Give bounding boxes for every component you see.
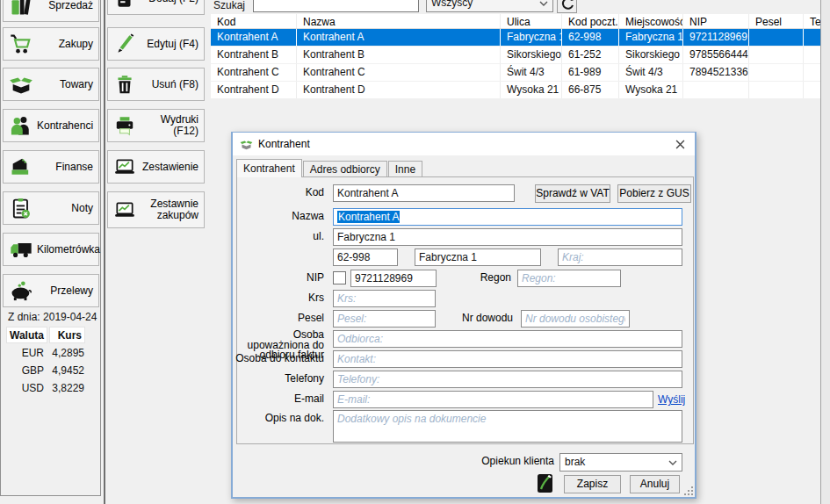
table-row[interactable]: Kontrahent A Kontrahent A Fabryczna 1 62…	[211, 29, 821, 47]
add-button[interactable]: Dodaj (F2)	[107, 0, 205, 15]
sidebar-item-noty[interactable]: Noty	[3, 191, 99, 225]
truck-icon	[9, 237, 33, 262]
table-row[interactable]: Kontrahent C Kontrahent C Świt 4/3 61-98…	[211, 64, 821, 82]
col-header-nazwa[interactable]: Nazwa	[297, 14, 501, 28]
tab-adres-odbiorcy[interactable]: Adres odbiorcy	[303, 161, 387, 177]
check-vat-button[interactable]: Sprawdź w VAT	[535, 184, 610, 203]
filter-value: Wszyscy	[431, 0, 539, 11]
action-label: Zestawienie	[140, 162, 198, 173]
search-input[interactable]	[253, 0, 419, 12]
cell-pesel	[749, 82, 804, 98]
chevron-down-icon	[539, 1, 548, 6]
opis-textarea[interactable]	[333, 410, 682, 443]
kod-input[interactable]	[333, 184, 515, 202]
cash-register-icon	[9, 155, 33, 179]
ulica-input[interactable]	[333, 228, 682, 246]
table-row[interactable]: Kontrahent B Kontrahent B Sikorskiego 23…	[211, 47, 821, 64]
col-header-kod-poczt[interactable]: Kod poczt.	[562, 14, 619, 28]
col-header-nip[interactable]: NIP	[683, 14, 749, 28]
nip-label: NIP	[229, 269, 324, 283]
cell-miejscowosc: Sikorskiego ...	[619, 47, 683, 63]
tab-kontrahent[interactable]: Kontrahent	[236, 159, 302, 177]
sign-document-icon[interactable]	[537, 473, 554, 493]
close-icon	[675, 140, 685, 149]
cell-pesel	[749, 64, 804, 81]
kontrahent-dialog: Kontrahent Kontrahent Adres odbiorcy Inn…	[231, 132, 696, 499]
krs-input[interactable]	[333, 290, 436, 307]
edit-button[interactable]: Edytuj (F4)	[107, 27, 205, 61]
pen-icon	[113, 32, 136, 55]
refresh-button[interactable]	[557, 0, 577, 13]
action-label: Dodaj (F2)	[140, 0, 198, 4]
sidebar-item-finanse[interactable]: Finanse	[3, 150, 99, 184]
close-button[interactable]	[672, 137, 688, 151]
sidebar-item-towary[interactable]: Towary	[3, 68, 99, 101]
ulica-label: ul.	[229, 227, 324, 241]
odbiorca-input[interactable]	[333, 330, 682, 348]
col-header-kod[interactable]: Kod	[211, 14, 297, 28]
rate-currency: EUR	[6, 344, 44, 362]
nazwa-input[interactable]: Kontrahent A	[333, 208, 682, 226]
selected-text: Kontrahent A	[337, 211, 400, 223]
opiekun-label: Opiekun klienta	[433, 452, 554, 466]
nazwa-label: Nazwa	[229, 207, 324, 221]
action-label: Wydruki (F12)	[140, 114, 198, 137]
cell-kod-poczt: 61-252	[562, 47, 619, 63]
piggy-bank-icon	[9, 278, 33, 303]
dialog-titlebar[interactable]: Kontrahent	[233, 133, 695, 155]
col-header-ulica[interactable]: Ulica	[501, 14, 562, 28]
cell-nip	[683, 82, 749, 98]
send-email-link[interactable]: Wyślij	[658, 393, 685, 406]
cell-pesel	[749, 47, 804, 63]
kontakt-input[interactable]	[333, 350, 682, 368]
rate-row: USD3,8229	[0, 379, 101, 397]
cell-nazwa: Kontrahent A	[297, 29, 501, 46]
save-button[interactable]: Zapisz	[564, 475, 621, 493]
currency-rates: Z dnia: 2019-04-24 Waluta Kurs EUR4,2895…	[0, 309, 101, 397]
col-header-pesel[interactable]: Pesel	[749, 14, 804, 28]
chevron-down-icon	[668, 460, 677, 465]
kod-pocztowy-input[interactable]	[333, 248, 398, 266]
table-row[interactable]: Kontrahent D Kontrahent D Wysoka 21 66-8…	[211, 82, 821, 99]
opis-label: Opis na dok.	[229, 409, 324, 423]
kraj-input[interactable]	[558, 248, 682, 266]
cell-kod: Kontrahent D	[211, 82, 297, 98]
sidebar-item-przelewy[interactable]: Przelewy	[3, 274, 99, 307]
purchases-summary-button[interactable]: Zestawnie zakupów	[107, 191, 205, 228]
scrollbar[interactable]	[820, 0, 830, 504]
summary-button[interactable]: Zestawienie	[107, 150, 205, 184]
delete-button[interactable]: Usuń (F8)	[107, 68, 205, 101]
regon-label: Regon	[416, 269, 511, 283]
krs-label: Krs	[229, 289, 324, 303]
resize-grip[interactable]	[684, 486, 693, 495]
filter-dropdown[interactable]: Wszyscy	[426, 0, 553, 12]
sidebar-item-sprzedaz[interactable]: Sprzedaż	[3, 0, 99, 22]
regon-input[interactable]	[517, 270, 621, 287]
cell-miejscowosc: Wysoka 21	[619, 82, 683, 98]
sidebar-item-label: Przelewy	[37, 285, 93, 296]
opiekun-dropdown[interactable]: brak	[559, 453, 682, 472]
col-header-miejscowosc[interactable]: Miejscowość	[619, 14, 683, 28]
miejscowosc-input[interactable]	[415, 248, 541, 266]
telefony-label: Telefony	[229, 370, 324, 384]
search-label: Szukaj	[213, 0, 245, 12]
col-header-telefon[interactable]: Telefon	[804, 14, 821, 28]
tab-inne[interactable]: Inne	[388, 161, 422, 177]
rates-date-label: Z dnia:	[8, 311, 40, 323]
nr-dowodu-input[interactable]	[521, 310, 630, 328]
telefony-input[interactable]	[333, 371, 682, 388]
sidebar-item-zakupy[interactable]: Zakupy	[3, 27, 99, 61]
gus-button[interactable]: Pobierz z GUS	[617, 184, 691, 203]
rates-date-value: 2019-04-24	[43, 311, 97, 323]
prints-button[interactable]: Wydruki (F12)	[107, 109, 205, 142]
panel-divider	[104, 0, 105, 504]
rates-col-kurs: Kurs	[49, 327, 85, 343]
sidebar-item-kontrahenci[interactable]: Kontrahenci	[3, 109, 99, 142]
cell-kod-poczt: 61-989	[562, 64, 619, 81]
cancel-button[interactable]: Anuluj	[630, 475, 680, 493]
sidebar-item-kilometrowka[interactable]: Kilometrówka	[3, 233, 99, 266]
email-input[interactable]	[333, 391, 653, 408]
cell-ulica: Świt 4/3	[501, 64, 562, 81]
nip-checkbox[interactable]	[333, 271, 346, 284]
rate-value: 4,9452	[49, 362, 84, 379]
